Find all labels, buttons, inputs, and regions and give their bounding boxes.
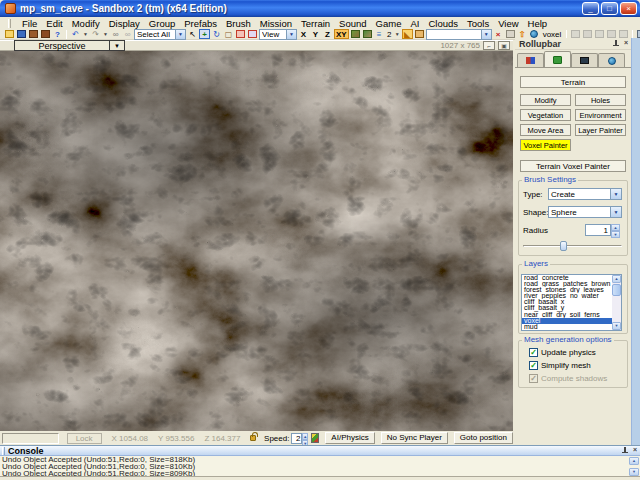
- modify-button[interactable]: Modify: [520, 94, 571, 106]
- checkbox-checked-icon[interactable]: ✓: [529, 348, 538, 357]
- axis-xy-button[interactable]: XY: [334, 29, 349, 39]
- terrain-texture-icon-2[interactable]: [362, 29, 373, 39]
- lock-selection-button[interactable]: Lock Selection: [67, 433, 102, 444]
- open-file-icon[interactable]: [4, 29, 15, 39]
- axis-z-button[interactable]: Z: [322, 29, 333, 39]
- view-combo[interactable]: View ▼: [259, 29, 297, 40]
- export-selected-icon[interactable]: [40, 29, 51, 39]
- move-icon[interactable]: +: [199, 29, 210, 39]
- axis-x-button[interactable]: X: [298, 29, 309, 39]
- menu-item-file[interactable]: File: [22, 18, 37, 29]
- terrain-snap-icon[interactable]: [311, 433, 319, 443]
- lock-icon[interactable]: [250, 435, 256, 441]
- ai-physics-button[interactable]: AI/Physics: [325, 432, 374, 444]
- restore-button[interactable]: □: [601, 2, 618, 15]
- brush-shape-select[interactable]: Sphere ▼: [548, 206, 622, 218]
- no-sync-player-button[interactable]: No Sync Player: [381, 432, 448, 444]
- link-icon[interactable]: ∞: [110, 29, 121, 39]
- pin-icon[interactable]: [621, 446, 629, 455]
- slider-thumb[interactable]: [560, 241, 567, 251]
- minimize-button[interactable]: _: [582, 2, 599, 15]
- viewport-canvas[interactable]: [0, 51, 513, 431]
- layers-scrollbar[interactable]: ▲ ▼: [612, 275, 621, 330]
- ruler-icon[interactable]: [247, 29, 258, 39]
- scroll-up-icon[interactable]: ▲: [629, 457, 639, 465]
- console-log[interactable]: Undo Object Accepted (Undo:51,Redo:0, Si…: [0, 456, 640, 477]
- menu-item-display[interactable]: Display: [109, 18, 140, 29]
- deselect-icon[interactable]: ×: [493, 29, 504, 39]
- redo-dropdown-icon[interactable]: ▼: [102, 29, 109, 39]
- voxel-painter-button[interactable]: Voxel Painter: [520, 139, 571, 151]
- speed-spinner[interactable]: ▲ ▼: [302, 433, 308, 444]
- simplify-mesh-checkbox-row[interactable]: ✓ Simplify mesh: [529, 361, 591, 370]
- vegetation-button[interactable]: Vegetation: [520, 109, 571, 121]
- menu-item-ai[interactable]: AI: [410, 18, 419, 29]
- close-button[interactable]: ×: [620, 2, 637, 15]
- redo-icon[interactable]: ↷: [90, 29, 101, 39]
- menu-item-view[interactable]: View: [498, 18, 518, 29]
- scroll-up-icon[interactable]: ▲: [612, 275, 621, 283]
- speed-input[interactable]: 2: [291, 433, 302, 444]
- camera-dropdown-button[interactable]: ▼: [110, 40, 125, 51]
- brush-radius-spinner[interactable]: ▲ ▼: [611, 224, 620, 236]
- undo-icon[interactable]: ↶: [70, 29, 81, 39]
- undo-dropdown-icon[interactable]: ▼: [82, 29, 89, 39]
- layer-item[interactable]: mud: [522, 324, 621, 330]
- console-scrollbar[interactable]: ▲ ▼: [629, 457, 639, 476]
- environment-button[interactable]: Environment: [575, 109, 626, 121]
- spinner-up-icon[interactable]: ▲: [611, 224, 620, 231]
- scroll-track[interactable]: [612, 297, 621, 322]
- menu-item-clouds[interactable]: Clouds: [428, 18, 458, 29]
- menu-item-game[interactable]: Game: [376, 18, 402, 29]
- panel-scroll-strip[interactable]: [631, 38, 640, 445]
- angle-snap-icon[interactable]: ◣: [402, 29, 413, 39]
- move-area-button[interactable]: Move Area: [520, 124, 571, 136]
- spinner-up-icon[interactable]: ▲: [302, 433, 308, 440]
- scroll-down-icon[interactable]: ▼: [629, 468, 639, 476]
- export-icon[interactable]: [28, 29, 39, 39]
- rotate-icon[interactable]: ↻: [211, 29, 222, 39]
- close-panel-icon[interactable]: ×: [621, 39, 631, 48]
- menu-item-help[interactable]: Help: [528, 18, 548, 29]
- help-icon[interactable]: ?: [52, 29, 63, 39]
- menu-item-sound[interactable]: Sound: [339, 18, 366, 29]
- tab-objects[interactable]: [517, 53, 544, 67]
- scale-icon[interactable]: ▢: [223, 29, 234, 39]
- menu-item-prefabs[interactable]: Prefabs: [184, 18, 217, 29]
- goto-position-button[interactable]: Goto position: [454, 432, 513, 444]
- brush-type-select[interactable]: Create ▼: [548, 188, 622, 200]
- tab-layers[interactable]: [598, 53, 625, 67]
- unlink-icon[interactable]: ∞: [122, 29, 133, 39]
- console-grip[interactable]: [2, 447, 5, 455]
- terrain-rollup-header[interactable]: Terrain: [520, 76, 626, 88]
- menu-item-terrain[interactable]: Terrain: [301, 18, 330, 29]
- terrain-voxel-painter-header[interactable]: Terrain Voxel Painter: [520, 160, 626, 172]
- tab-display[interactable]: [571, 53, 598, 67]
- object-filter-input[interactable]: ▼: [426, 29, 492, 40]
- scroll-thumb[interactable]: [612, 284, 621, 296]
- tab-terrain[interactable]: [544, 51, 571, 67]
- terrain-texture-icon[interactable]: [350, 29, 361, 39]
- layer-painter-button[interactable]: Layer Painter: [575, 124, 626, 136]
- material-icon[interactable]: [414, 29, 425, 39]
- viewport-settings-icon[interactable]: ⌐: [483, 41, 495, 50]
- axis-y-button[interactable]: Y: [310, 29, 321, 39]
- pin-icon[interactable]: [612, 39, 620, 48]
- spinner-down-icon[interactable]: ▼: [611, 231, 620, 238]
- select-filter-combo[interactable]: Select All ▼: [134, 29, 186, 40]
- menu-item-edit[interactable]: Edit: [46, 18, 62, 29]
- viewport-maximize-icon[interactable]: ▣: [498, 41, 510, 50]
- menu-item-modify[interactable]: Modify: [72, 18, 100, 29]
- brush-radius-input[interactable]: 1: [585, 224, 611, 236]
- layer-list-dropdown-icon[interactable]: ▼: [394, 29, 401, 39]
- layer-list-icon[interactable]: ≡: [374, 29, 385, 39]
- update-physics-checkbox-row[interactable]: ✓ Update physics: [529, 348, 596, 357]
- camera-combo[interactable]: Perspective: [14, 40, 110, 51]
- menu-item-brush[interactable]: Brush: [226, 18, 251, 29]
- brush-radius-slider[interactable]: [523, 241, 622, 251]
- select-object-icon[interactable]: [235, 29, 246, 39]
- menu-item-tools[interactable]: Tools: [467, 18, 489, 29]
- holes-button[interactable]: Holes: [575, 94, 626, 106]
- scroll-down-icon[interactable]: ▼: [612, 322, 621, 330]
- checkbox-checked-icon[interactable]: ✓: [529, 361, 538, 370]
